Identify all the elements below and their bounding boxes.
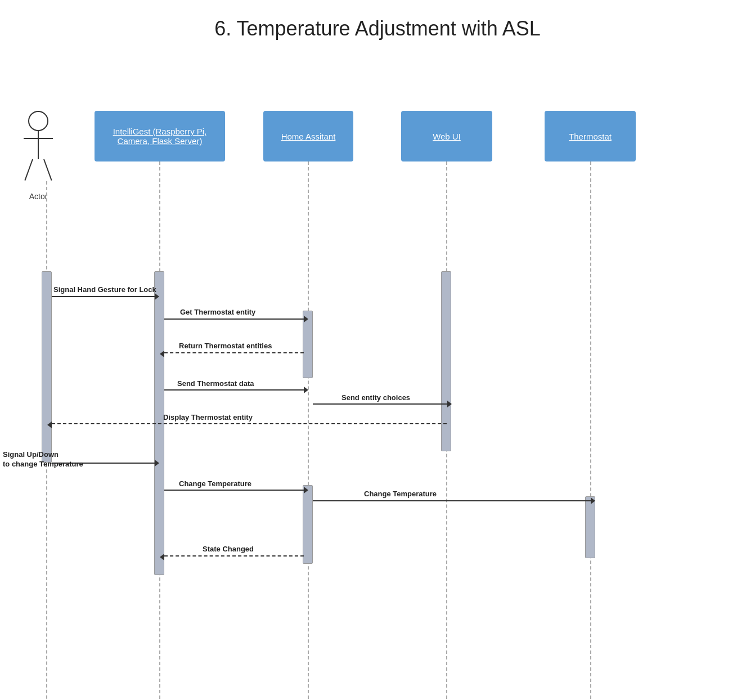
arrow-change-temp-1 [164,490,304,491]
arrow-send-entity-choices [313,403,447,405]
arrow-display-thermostat [52,423,447,424]
lifeline-thermostat [590,161,591,700]
activation-bar-ha-2 [303,485,313,564]
lifeline-box-thermostat[interactable]: Thermostat [545,111,636,161]
lifeline-box-homeassistant[interactable]: Home Assitant [263,111,353,161]
actor-body [38,131,39,159]
actor-figure: Actor [28,111,48,201]
label-change-temp-1: Change Temperature [179,479,251,488]
label-state-changed: State Changed [203,545,254,553]
label-display-thermostat: Display Thermostat entity [163,413,253,421]
activation-bar-actor-1 [42,271,52,463]
arrow-state-changed [164,555,304,557]
lifeline-link-intelligest[interactable]: IntelliGest (Raspberry Pi, Camera, Flask… [100,127,219,146]
arrow-get-thermostat [164,318,304,320]
lifeline-link-homeassistant[interactable]: Home Assitant [281,132,336,141]
actor-leg-right [43,159,52,181]
arrow-change-temp-2 [313,500,591,501]
label-get-thermostat: Get Thermostat entity [180,308,255,316]
arrow-return-thermostat [164,352,304,353]
arrow-send-thermostat-data [164,389,304,391]
lifeline-link-thermostat[interactable]: Thermostat [569,132,612,141]
sequence-diagram: Actor IntelliGest (Raspberry Pi, Camera,… [0,52,755,699]
label-send-thermostat-data: Send Thermostat data [177,379,254,388]
lifeline-homeassistant [308,161,309,700]
page-title: 6. Temperature Adjustment with ASL [0,0,755,52]
arrow-signal-gesture [52,296,155,297]
actor-label: Actor [29,192,48,201]
lifeline-link-webui[interactable]: Web UI [433,132,461,141]
label-signal-gesture: Signal Hand Gesture for Lock [53,285,156,294]
actor-head [28,111,48,131]
actor-arms [24,138,53,139]
label-signal-updown: Signal Up/Down to change Temperature [3,450,83,469]
lifeline-box-webui[interactable]: Web UI [401,111,492,161]
label-change-temp-2: Change Temperature [364,490,437,498]
lifeline-box-intelligest[interactable]: IntelliGest (Raspberry Pi, Camera, Flask… [95,111,225,161]
label-return-thermostat: Return Thermostat entities [179,342,272,350]
actor-leg-left [24,159,33,181]
activation-bar-thermostat-1 [585,496,595,558]
label-send-entity-choices: Send entity choices [341,393,410,402]
activation-bar-webui-1 [441,271,451,451]
